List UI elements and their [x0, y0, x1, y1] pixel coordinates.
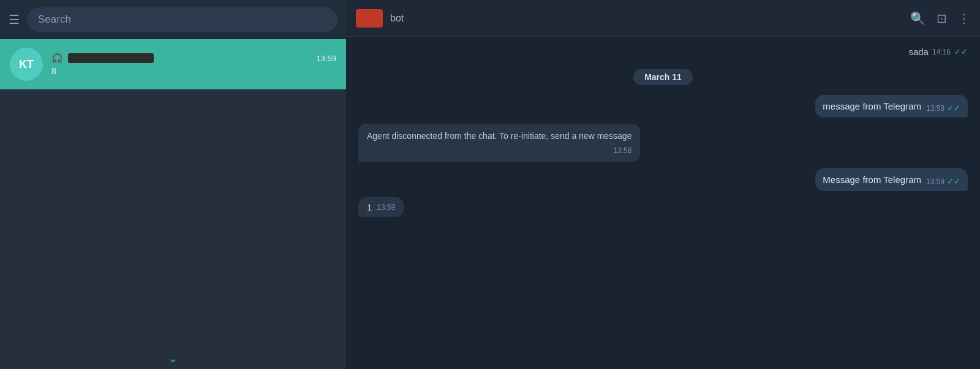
sada-text: sada: [908, 47, 929, 57]
messages-container: sada 14:16 ✓✓ March 11 message from Tele…: [346, 37, 980, 369]
message-system: Agent disconnected from the chat. To re-…: [358, 124, 968, 162]
chat-name-redacted: [68, 53, 154, 63]
chat-time: 13:59: [316, 54, 336, 63]
sidebar: ☰ KT 🎧 13:59 8 ⌄: [0, 0, 346, 369]
bubble-outgoing-1: message from Telegram 13:58 ✓✓: [815, 95, 968, 117]
msg-num-time: 13:59: [377, 203, 395, 212]
msg-text-2: Message from Telegram: [823, 173, 921, 186]
msg-meta-2: 13:59 ✓✓: [926, 177, 960, 186]
chat-header-avatar: [356, 9, 383, 28]
msg-time-1: 13:58: [926, 104, 944, 113]
header-actions: 🔍 ⊡ ⋮: [910, 11, 970, 26]
chat-area: bot 🔍 ⊡ ⋮ sada 14:16 ✓✓ March 11 message…: [346, 0, 980, 369]
active-chat-item[interactable]: KT 🎧 13:59 8: [0, 39, 346, 89]
sada-check-icon: ✓✓: [954, 47, 968, 56]
chevron-down-icon: ⌄: [168, 351, 178, 365]
hamburger-menu-icon[interactable]: ☰: [9, 12, 20, 27]
search-icon[interactable]: 🔍: [910, 11, 925, 26]
chat-info: 🎧 13:59 8: [51, 53, 336, 76]
msg-check-icon-2: ✓✓: [947, 177, 960, 186]
sidebar-empty-area: [0, 89, 346, 347]
sada-time: 14:16: [932, 48, 951, 56]
system-msg-time: 13:58: [613, 145, 631, 156]
msg-time-2: 13:59: [926, 177, 944, 186]
bubble-num: 1 13:59: [358, 197, 404, 217]
chat-headset-icon: 🎧: [51, 53, 63, 64]
chat-header: bot 🔍 ⊡ ⋮: [346, 0, 980, 37]
msg-num-text: 1: [367, 202, 372, 212]
msg-text-1: message from Telegram: [823, 100, 921, 113]
sidebar-header: ☰: [0, 0, 346, 39]
message-num: 1 13:59: [358, 197, 968, 217]
sidebar-bottom: ⌄: [0, 347, 346, 369]
chat-header-name: bot: [390, 13, 404, 24]
avatar: KT: [10, 48, 43, 81]
date-separator: March 11: [358, 69, 968, 85]
columns-icon[interactable]: ⊡: [937, 11, 947, 26]
search-input[interactable]: [27, 7, 337, 32]
message-sada: sada 14:16 ✓✓: [358, 47, 968, 57]
unread-badge: 8: [51, 66, 56, 76]
msg-check-icon-1: ✓✓: [947, 103, 960, 113]
bubble-outgoing-2: Message from Telegram 13:59 ✓✓: [815, 168, 968, 191]
msg-meta-1: 13:58 ✓✓: [926, 103, 960, 113]
bubble-system: Agent disconnected from the chat. To re-…: [358, 124, 640, 162]
date-pill: March 11: [633, 69, 693, 85]
system-msg-text: Agent disconnected from the chat. To re-…: [367, 130, 631, 143]
more-options-icon[interactable]: ⋮: [958, 11, 970, 26]
message-outgoing-1: message from Telegram 13:58 ✓✓: [358, 95, 968, 117]
message-outgoing-2: Message from Telegram 13:59 ✓✓: [358, 168, 968, 191]
